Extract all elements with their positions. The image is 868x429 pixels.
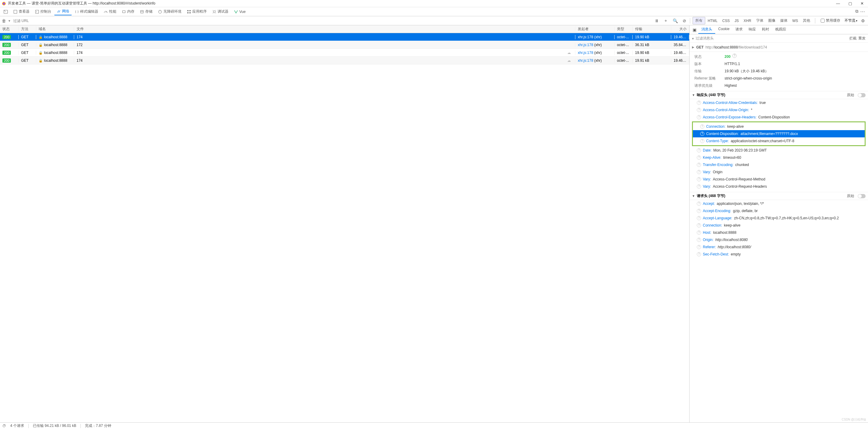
help-icon[interactable]: ? [697, 245, 701, 249]
toggle-raw-icon[interactable]: ▣ [691, 27, 698, 32]
block-icon[interactable]: ⊘ [681, 19, 687, 23]
header-row[interactable]: ?Access-Control-Expose-Headers: Content-… [689, 113, 868, 121]
filter-chip-CSS[interactable]: CSS [720, 18, 733, 24]
table-row[interactable]: 200GET🔒localhost:8888174☁xhr.js:178 (xhr… [0, 57, 689, 64]
help-icon[interactable]: ? [697, 216, 701, 220]
responsive-icon[interactable]: ⧉ [855, 9, 858, 14]
help-icon[interactable]: ? [697, 238, 701, 242]
header-row[interactable]: ?Vary: Access-Control-Request-Method [689, 176, 868, 183]
header-row[interactable]: ?Content-Type: application/octet-stream;… [693, 137, 865, 144]
detail-tab-4[interactable]: 耗时 [759, 26, 772, 34]
tab-storage[interactable]: 存储 [137, 8, 155, 15]
filter-chip-WS[interactable]: WS [790, 18, 801, 24]
help-icon[interactable]: ? [697, 202, 701, 206]
tab-memory[interactable]: 内存 [119, 8, 137, 15]
filter-chip-其他[interactable]: 其他 [801, 17, 812, 24]
raw-toggle[interactable] [858, 93, 866, 97]
detail-tab-3[interactable]: 响应 [746, 26, 759, 34]
expand-icon[interactable]: ▶ [692, 45, 694, 49]
table-row[interactable]: 200GET🔒localhost:8888174xhr.js:178 (xhr)… [0, 33, 689, 41]
filter-chip-所有[interactable]: 所有 [692, 17, 705, 24]
table-row[interactable]: 200GET🔒localhost:8888174☁xhr.js:178 (xhr… [0, 49, 689, 57]
resend-action[interactable]: 重发 [858, 36, 866, 41]
maximize-button[interactable]: ▢ [848, 1, 852, 6]
filter-chip-图像[interactable]: 图像 [766, 17, 778, 24]
tab-application[interactable]: 应用程序 [184, 8, 209, 15]
tab-console[interactable]: 控制台 [33, 8, 54, 15]
detail-tab-0[interactable]: 消息头 [698, 26, 715, 34]
detail-tab-1[interactable]: Cookie [715, 26, 733, 34]
help-icon[interactable]: ? [697, 223, 701, 227]
more-icon[interactable]: ⋯ [860, 9, 865, 14]
header-row[interactable]: ?Origin: http://localhost:8080 [689, 236, 868, 243]
help-icon[interactable]: ? [700, 124, 704, 129]
raw-toggle[interactable] [858, 194, 866, 198]
status-bar: ⏱ 4 个请求 已传输 94.21 kB / 96.01 kB 完成：7.87 … [0, 422, 868, 429]
pause-icon[interactable]: ⏸ [653, 19, 660, 23]
table-row[interactable]: 200GET🔒localhost:8888172xhr.js:178 (xhr)… [0, 41, 689, 49]
dock-button[interactable] [1, 9, 10, 15]
help-icon[interactable]: ? [733, 54, 737, 58]
tab-style[interactable]: 样式编辑器 [72, 8, 101, 15]
header-row[interactable]: ?Host: localhost:8888 [689, 229, 868, 236]
help-icon[interactable]: ? [700, 139, 704, 143]
header-row[interactable]: ?Connection: keep-alive [689, 222, 868, 229]
disable-cache-checkbox[interactable]: 禁用缓存 [821, 18, 840, 23]
throttle-select[interactable]: 不节流▾ [844, 18, 858, 23]
close-button[interactable]: ✕ [861, 1, 864, 6]
clear-icon[interactable]: 🗑 [2, 19, 6, 23]
header-row[interactable]: ?Accept-Encoding: gzip, deflate, br [689, 207, 868, 214]
filter-chip-HTML[interactable]: HTML [705, 18, 720, 24]
header-row[interactable]: ?Transfer-Encoding: chunked [689, 161, 868, 168]
response-headers-section[interactable]: ▼响应头 (440 字节) 原始 [689, 91, 868, 99]
header-row[interactable]: ?Connection: keep-alive [693, 123, 865, 130]
help-icon[interactable]: ? [697, 156, 701, 160]
tab-network[interactable]: 网络 [54, 8, 72, 15]
header-row[interactable]: ?Date: Mon, 20 Feb 2023 06:23:19 GMT [689, 147, 868, 154]
tab-accessibility[interactable]: 无障碍环境 [156, 8, 184, 15]
filter-chip-XHR[interactable]: XHR [741, 18, 753, 24]
tab-vue[interactable]: Vue [231, 9, 248, 15]
header-row[interactable]: ?Access-Control-Allow-Credentials: true [689, 99, 868, 106]
minimize-button[interactable]: — [836, 1, 840, 6]
help-icon[interactable]: ? [697, 170, 701, 174]
help-icon[interactable]: ? [697, 108, 701, 112]
help-icon[interactable]: ? [697, 148, 701, 153]
filter-chip-字体[interactable]: 字体 [754, 17, 766, 24]
header-row[interactable]: ?Accept: application/json, text/plain, *… [689, 200, 868, 207]
help-icon[interactable]: ? [697, 252, 701, 256]
settings-icon[interactable]: ⚙ [860, 19, 866, 23]
header-row[interactable]: ?Keep-Alive: timeout=60 [689, 154, 868, 161]
filter-chip-媒体[interactable]: 媒体 [778, 17, 790, 24]
request-headers-section[interactable]: ▼请求头 (468 字节) 原始 [689, 192, 868, 200]
help-icon[interactable]: ? [697, 115, 701, 119]
header-filter-input[interactable]: 过滤消息头 [695, 36, 714, 41]
svg-point-1 [3, 2, 5, 4]
help-icon[interactable]: ? [697, 230, 701, 235]
header-row[interactable]: ?Access-Control-Allow-Origin: * [689, 106, 868, 113]
help-icon[interactable]: ? [697, 185, 701, 189]
tab-debugger[interactable]: 调试器 [210, 8, 231, 15]
tab-inspector[interactable]: 查看器 [11, 8, 32, 15]
header-row[interactable]: ?Sec-Fetch-Dest: empty [689, 251, 868, 258]
tab-performance[interactable]: 性能 [101, 8, 119, 15]
header-row[interactable]: ?Accept-Language: zh-CN,zh;q=0.8,zh-TW;q… [689, 214, 868, 222]
detail-tab-2[interactable]: 请求 [733, 26, 746, 34]
svg-point-9 [158, 10, 162, 13]
add-icon[interactable]: ＋ [662, 18, 669, 24]
detail-tab-5[interactable]: 栈跟踪 [772, 26, 789, 34]
search-icon[interactable]: 🔍 [672, 19, 679, 23]
url-filter-input[interactable] [13, 19, 73, 23]
help-icon[interactable]: ? [697, 177, 701, 182]
header-row[interactable]: ?Referer: http://localhost:8080/ [689, 243, 868, 251]
help-icon[interactable]: ? [697, 101, 701, 105]
header-row[interactable]: ?Content-Disposition: attachment;filenam… [693, 130, 865, 137]
block-action[interactable]: 拦截 [849, 36, 857, 41]
header-row[interactable]: ?Vary: Access-Control-Request-Headers [689, 183, 868, 190]
header-row[interactable]: ?Vary: Origin [689, 168, 868, 176]
help-icon[interactable]: ? [697, 163, 701, 167]
firefox-icon [2, 1, 6, 6]
filter-chip-JS[interactable]: JS [732, 18, 741, 24]
help-icon[interactable]: ? [700, 132, 704, 136]
help-icon[interactable]: ? [697, 209, 701, 213]
